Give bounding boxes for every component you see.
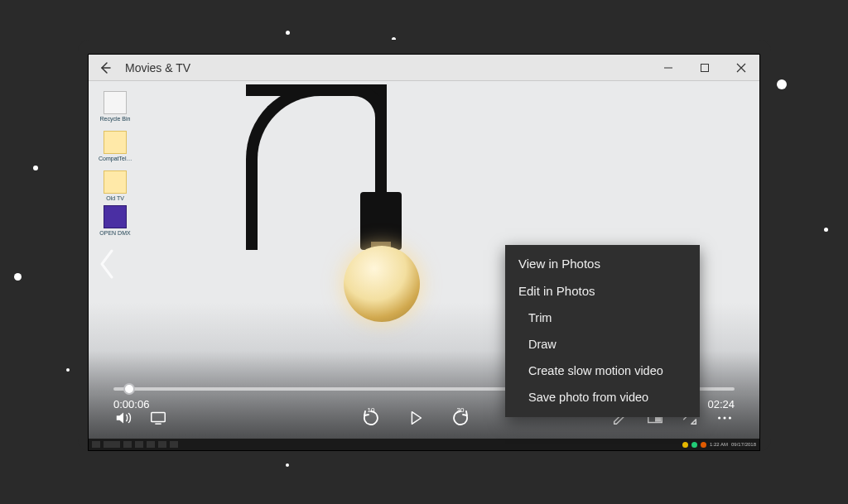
svg-point-9 xyxy=(729,416,731,419)
volume-icon xyxy=(114,409,132,427)
skip-fwd-amount: 30 xyxy=(457,406,465,414)
svg-point-8 xyxy=(723,416,725,419)
menu-view-in-photos[interactable]: View in Photos xyxy=(505,250,700,277)
maximize-icon xyxy=(700,63,710,73)
maximize-button[interactable] xyxy=(687,55,723,81)
minimize-icon xyxy=(663,63,673,73)
back-icon xyxy=(99,61,112,74)
svg-rect-3 xyxy=(152,413,166,422)
decorative-dot xyxy=(33,166,38,170)
app-window: Movies & TV Recycle Bin CompatTel… Old T… xyxy=(89,55,759,450)
play-button[interactable] xyxy=(406,408,426,428)
start-button[interactable] xyxy=(92,441,100,448)
prev-video-button[interactable] xyxy=(97,247,117,284)
more-button[interactable] xyxy=(715,408,735,428)
menu-create-slowmo[interactable]: Create slow motion video xyxy=(505,358,700,384)
skip-back-amount: 10 xyxy=(368,406,375,414)
video-content-lamp xyxy=(246,81,494,382)
taskbar-app[interactable] xyxy=(158,441,166,448)
taskbar-date: 09/17/2018 xyxy=(731,442,756,447)
menu-edit-in-photos[interactable]: Edit in Photos xyxy=(505,277,700,305)
more-icon xyxy=(716,409,734,427)
menu-save-photo[interactable]: Save photo from video xyxy=(505,384,700,410)
svg-point-7 xyxy=(718,416,720,419)
desktop-icon-label: OPEN DMX xyxy=(99,230,130,236)
decorative-dot xyxy=(66,368,70,372)
taskbar-app[interactable] xyxy=(147,441,155,448)
tray-icon[interactable] xyxy=(701,442,706,448)
close-icon xyxy=(736,63,746,73)
taskbar-app[interactable] xyxy=(170,441,178,448)
cast-button[interactable] xyxy=(148,408,168,428)
desktop-icon-label: Old TV xyxy=(106,195,124,201)
decorative-dot xyxy=(286,31,290,35)
taskbar-app[interactable] xyxy=(123,441,132,448)
menu-draw[interactable]: Draw xyxy=(505,331,700,358)
edit-context-menu: View in Photos Edit in Photos Trim Draw … xyxy=(505,245,700,417)
seek-knob[interactable] xyxy=(123,383,135,395)
titlebar: Movies & TV xyxy=(89,55,759,81)
window-buttons xyxy=(650,55,759,81)
desktop-icon-folder: Old TV xyxy=(99,170,132,201)
cast-icon xyxy=(149,409,167,427)
decorative-dot xyxy=(286,463,289,467)
video-area[interactable]: Recycle Bin CompatTel… Old TV OPEN DMX xyxy=(89,81,759,450)
desktop-icon-label: CompatTel… xyxy=(99,156,132,161)
taskbar-search[interactable] xyxy=(104,441,120,448)
previous-icon xyxy=(97,247,117,281)
volume-button[interactable] xyxy=(113,408,133,428)
decorative-dot xyxy=(777,79,787,89)
taskbar-app[interactable] xyxy=(135,441,143,448)
minimize-button[interactable] xyxy=(650,55,687,81)
close-button[interactable] xyxy=(723,55,759,81)
windows-taskbar: 1:22 AM 09/17/2018 xyxy=(89,439,759,450)
skip-forward-button[interactable]: 30 xyxy=(450,408,470,428)
tray-icon[interactable] xyxy=(682,442,688,448)
desktop-icon-label: Recycle Bin xyxy=(100,116,131,122)
decorative-dot xyxy=(14,273,22,281)
app-title: Movies & TV xyxy=(122,61,190,74)
desktop-icon-recycle-bin: Recycle Bin xyxy=(99,91,132,122)
menu-trim[interactable]: Trim xyxy=(505,305,700,331)
tray-icon[interactable] xyxy=(691,442,697,448)
desktop-icon-folder: CompatTel… xyxy=(99,131,132,161)
svg-rect-6 xyxy=(655,417,661,422)
screenshot-card: Movies & TV Recycle Bin CompatTel… Old T… xyxy=(78,40,771,451)
svg-rect-4 xyxy=(155,423,161,424)
back-button[interactable] xyxy=(89,55,122,81)
taskbar-left xyxy=(89,441,178,448)
desktop-icon-app: OPEN DMX xyxy=(99,205,132,236)
taskbar-tray: 1:22 AM 09/17/2018 xyxy=(682,442,759,448)
skip-back-button[interactable]: 10 xyxy=(361,408,381,428)
svg-rect-2 xyxy=(701,65,709,72)
play-icon xyxy=(407,409,425,427)
decorative-dot xyxy=(824,228,828,232)
taskbar-time: 1:22 AM xyxy=(710,442,728,447)
